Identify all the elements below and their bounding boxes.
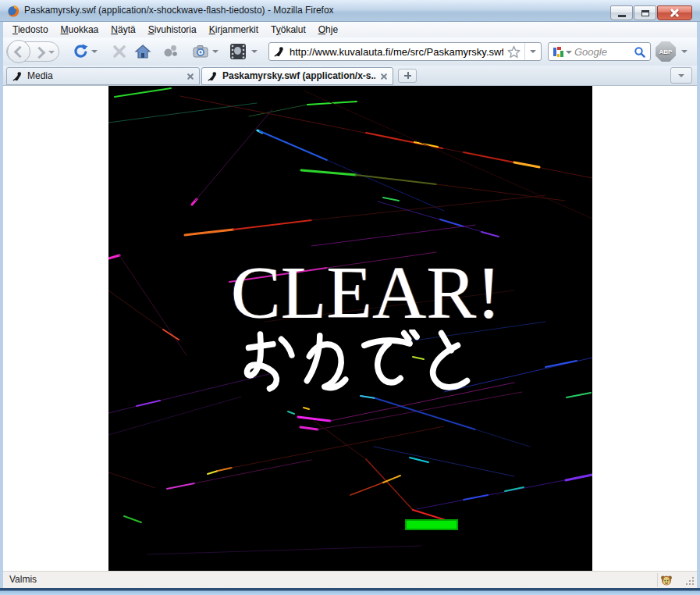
adblock-dropdown-icon[interactable] <box>681 50 688 53</box>
downloadhelper-dropdown-icon[interactable] <box>251 50 258 53</box>
window-bottom-border <box>0 588 700 595</box>
search-engine-dropdown-icon[interactable] <box>566 51 572 54</box>
search-box[interactable] <box>548 42 651 61</box>
tab-media[interactable]: Media <box>6 67 200 85</box>
tab-list-dropdown-icon <box>678 74 684 77</box>
camera-dropdown-icon[interactable] <box>212 50 219 53</box>
back-icon <box>14 46 27 59</box>
greasemonkey-icon[interactable] <box>660 574 673 586</box>
page-content: CLEAR! <box>3 86 697 571</box>
screenshot-camera-icon[interactable] <box>192 43 209 60</box>
status-addon-area <box>657 573 675 587</box>
minimize-button[interactable] <box>610 5 633 20</box>
browser-window: Paskamyrsky.swf (application/x-shockwave… <box>0 0 700 595</box>
menu-item-näytä[interactable]: Näytä <box>105 22 141 37</box>
maximize-button[interactable] <box>634 5 656 20</box>
url-bar[interactable] <box>268 42 542 61</box>
flash-player[interactable]: CLEAR! <box>108 86 592 571</box>
menu-bar: TiedostoMuokkaaNäytäSivuhistoriaKirjanme… <box>3 22 697 37</box>
tab-favicon <box>12 71 23 82</box>
close-icon <box>670 9 679 17</box>
clear-text: CLEAR! <box>226 255 506 330</box>
window-title: Paskamyrsky.swf (application/x-shockwave… <box>24 0 334 21</box>
search-icon[interactable] <box>634 46 646 59</box>
tab-favicon <box>208 71 219 82</box>
tab-paskamyrsky[interactable]: Paskamyrsky.swf (application/x-s... <box>201 67 393 85</box>
tab-label: Paskamyrsky.swf (application/x-s... <box>222 68 375 84</box>
new-tab-button[interactable] <box>398 69 417 83</box>
menu-item-työkalut[interactable]: Työkalut <box>265 22 312 37</box>
menu-item-ohje[interactable]: Ohje <box>312 22 344 37</box>
tab-list-button[interactable] <box>670 67 692 84</box>
history-dropdown-icon[interactable] <box>48 51 55 54</box>
title-bar[interactable]: Paskamyrsky.swf (application/x-shockwave… <box>0 0 700 22</box>
tab-close-icon[interactable] <box>187 73 194 80</box>
firefox-icon <box>7 5 20 17</box>
back-button[interactable] <box>7 40 30 63</box>
adblock-plus-button[interactable]: ABP <box>656 41 677 62</box>
bookmark-star-icon[interactable] <box>507 45 521 59</box>
url-input[interactable] <box>290 44 503 59</box>
adblock-plus-icon: ABP <box>656 41 676 62</box>
url-dropdown-icon <box>530 50 536 53</box>
adblock-plus-label: ABP <box>659 48 673 55</box>
url-dropdown-button[interactable] <box>524 43 541 60</box>
plus-icon <box>404 72 411 79</box>
close-button[interactable] <box>657 5 692 20</box>
reload-button[interactable] <box>72 43 89 60</box>
congrats-text-art <box>243 330 471 394</box>
status-text: Valmis <box>9 572 37 588</box>
menu-item-sivuhistoria[interactable]: Sivuhistoria <box>142 22 203 37</box>
google-engine-icon[interactable] <box>553 46 564 58</box>
minimize-icon <box>618 15 626 17</box>
site-favicon <box>274 46 286 58</box>
resize-grip[interactable] <box>684 575 694 585</box>
tab-label: Media <box>27 68 182 84</box>
menu-item-kirjanmerkit[interactable]: Kirjanmerkit <box>203 22 265 37</box>
video-downloadhelper-icon[interactable] <box>229 43 247 60</box>
menu-item-muokkaa[interactable]: Muokkaa <box>55 22 105 37</box>
window-controls <box>610 5 692 20</box>
maximize-icon <box>641 10 649 16</box>
extension-molecule-icon[interactable] <box>162 43 179 60</box>
navigation-toolbar: ABP <box>3 37 697 66</box>
history-capsule <box>6 41 59 62</box>
search-input[interactable] <box>574 44 630 59</box>
progress-bar <box>405 519 458 530</box>
forward-icon[interactable] <box>34 47 46 59</box>
status-bar: Valmis <box>3 571 697 588</box>
tab-close-icon[interactable] <box>380 73 388 80</box>
reload-dropdown-icon[interactable] <box>91 50 98 53</box>
menu-item-tiedosto[interactable]: Tiedosto <box>6 22 55 37</box>
tab-bar: Media Paskamyrsky.swf (application/x-s..… <box>3 66 697 86</box>
home-button[interactable] <box>134 43 151 60</box>
stop-button[interactable] <box>111 43 128 60</box>
